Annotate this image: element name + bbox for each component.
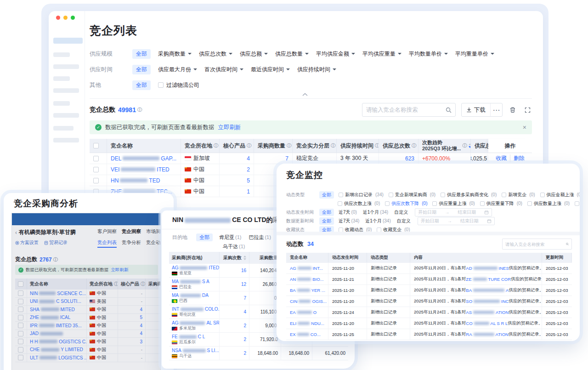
delete-button[interactable] [508,105,517,114]
filter-checkbox[interactable]: 供应重量下降(0) [480,200,522,207]
filter-option[interactable]: 自定义 [394,209,408,216]
tab-市场洞察[interactable]: 市场洞察 [146,228,161,235]
filter-dropdown[interactable]: 供应持续时间 [297,66,336,74]
tab-竞企洞察[interactable]: 竞企洞察 [122,228,141,235]
filter-all-chip[interactable]: 全部 [132,80,151,90]
cell-company-name[interactable]: UNI C SOLUTI... [27,298,87,306]
filter-all-chip[interactable]: 全部 [132,65,151,74]
checkbox-icon[interactable] [93,167,99,172]
filter-checkbox[interactable]: 供应最多采购商变化(0) [441,192,497,198]
date-range-input[interactable]: 开始日期→结束日期 [415,208,492,216]
cell-purchaser-name[interactable]: MA S A巴拉圭 [169,278,220,291]
filter-option[interactable]: 近7天(0) [339,209,357,216]
company-link[interactable]: AD [466,266,472,271]
company-link[interactable]: RA [466,332,472,337]
cell-company-name[interactable]: EA O [286,307,328,318]
filter-option[interactable]: 乌干达(1) [223,243,245,250]
cell-company-name[interactable]: CIN OGIS... [286,296,328,307]
cell-company-name[interactable]: SHA MITED [27,306,87,313]
filter-checkbox[interactable]: 竞企新增采购商(0) [389,192,435,198]
filter-checkbox[interactable]: 供应次数下降(0) [385,200,427,207]
checkbox-icon[interactable] [18,331,23,336]
filter-all-chip[interactable]: 全部 [319,191,334,199]
filter-checkbox[interactable]: 供应次数上涨(0) [338,200,380,207]
filter-dropdown[interactable]: 最近供应时间 [251,66,290,74]
filter-checkbox[interactable]: 过滤物流公司 [158,81,199,89]
competitor-search[interactable] [362,103,456,117]
company-link[interactable]: ZE [466,277,471,282]
filter-dropdown[interactable]: 采购商数量 [158,50,192,58]
competitor-search-input[interactable] [366,107,446,113]
close-banner-icon[interactable] [523,124,526,131]
subtab-竞企列表[interactable]: 竞企列表 [97,239,117,248]
checkbox-icon[interactable] [18,290,23,296]
cell-company-name[interactable]: IPR IMITED 35... [27,322,87,330]
checkbox-icon[interactable] [18,307,23,312]
checkbox-icon[interactable] [18,355,23,360]
cell-company-name[interactable]: NIN SCIENCE C... [27,290,87,297]
cell-company-name[interactable]: AG INT... [286,263,328,273]
filter-dropdown[interactable]: 平均供应金额 [316,50,355,58]
filter-checkbox[interactable]: 供应数量上涨(0) [527,200,570,207]
download-button[interactable]: 下载 [462,103,490,116]
company-link[interactable]: INES [499,266,509,271]
cell-company-name[interactable]: ZHE ICAL [27,314,87,322]
cell-company-name[interactable]: DEL GAP... [107,153,181,164]
cell-purchaser-name[interactable]: FE C L厄瓜多尔 [169,333,220,346]
checkbox-icon[interactable] [18,299,23,304]
filter-dropdown[interactable]: 平均数量单价 [409,50,448,58]
cell-company-name[interactable]: BAYER ... [286,285,328,296]
checkbox-icon[interactable] [18,339,23,344]
checkbox-icon[interactable] [93,143,99,148]
cell-company-name[interactable]: JAD [27,330,87,338]
filter-dropdown[interactable]: 供应总额 [240,50,268,58]
cell-company-name[interactable]: ELINDU... [286,318,328,329]
cell-company-name[interactable]: AN BIO... [286,274,328,285]
filter-dropdown[interactable]: 供应最大月份 [158,66,197,74]
refresh-now-link[interactable]: 立即刷新 [111,267,129,273]
cell-purchaser-name[interactable]: AGITED肯尼亚 [169,264,220,277]
cell-purchaser-name[interactable]: NSA S LI...乌干达 [169,347,220,360]
subtab-竞企动态[interactable]: 竞企动态 [146,239,161,248]
cell-company-name[interactable]: HN TED [107,175,181,186]
filter-dropdown[interactable]: 首次供应时间 [204,66,243,74]
date-range-input[interactable]: 开始日期→结束日期 [418,217,495,225]
filter-dropdown[interactable]: 供应总数量 [275,50,309,58]
header-1[interactable]: 采购次数 [220,252,249,263]
filter-option[interactable]: 近1个月(34) [363,209,388,216]
scheme-settings-link[interactable]: 方案设置 [15,239,39,246]
company-link[interactable]: SO [466,299,472,304]
cell-purchaser-name[interactable]: MA DA巴西 [169,291,220,305]
company-link[interactable]: BA [466,288,472,293]
checkbox-icon[interactable] [18,281,23,287]
checkbox-icon[interactable] [18,347,23,353]
filter-checkbox[interactable]: 新增出口记录(34) [339,192,384,198]
filter-checkbox[interactable]: 供应金额上涨(0) [540,192,580,198]
company-link[interactable]: AL S R L [491,321,508,326]
filter-all-chip[interactable]: 全部 [319,217,334,225]
delete-link[interactable]: 删除 [510,154,528,162]
checkbox-icon[interactable] [18,315,23,320]
company-link[interactable]: CO [466,321,472,326]
filter-checkbox[interactable]: 供应数量下降(0) [575,200,580,207]
header-6[interactable]: 供应持续时间 [337,139,379,153]
filter-option[interactable]: 自定义 [397,218,411,224]
filter-dropdown[interactable]: 供应总次数 [199,50,232,58]
cell-purchaser-name[interactable]: AG AL SRL多米尼加 [169,319,220,332]
filter-all-chip[interactable]: 全部 [132,49,151,59]
more-options-button[interactable] [490,103,502,116]
filter-option[interactable]: 近7天(34) [339,218,359,224]
header-7[interactable]: 供应总次数 [379,139,418,153]
cell-purchaser-name[interactable]: INT COLO...哥伦比亚 [169,305,220,319]
company-link[interactable]: ATION [496,310,509,315]
header-8[interactable]: 次数趋势2025Q3 环比增... [418,139,471,153]
cell-company-name[interactable]: VEI ITED [107,164,181,175]
monitor-search-input[interactable] [505,242,566,247]
cell-company-name[interactable]: EXCO... [286,329,328,340]
checkbox-icon[interactable] [93,156,99,161]
cell-company-name[interactable]: H H OGISTICS C... [27,338,87,346]
tab-客户洞察[interactable]: 客户洞察 [97,228,117,235]
sort-icon[interactable] [243,256,246,260]
filter-all-chip[interactable]: 全部 [196,233,213,241]
company-link[interactable]: AS [466,310,472,315]
